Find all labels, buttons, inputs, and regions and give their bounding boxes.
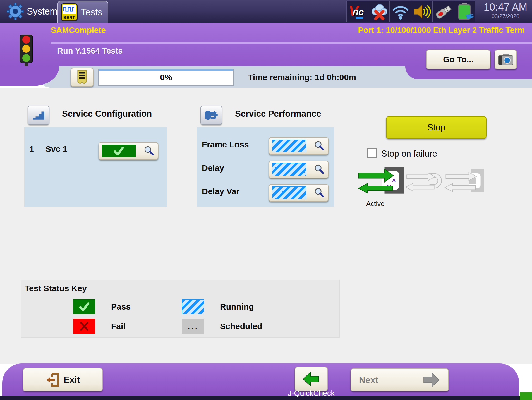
metric-label-delay: Delay <box>202 163 224 173</box>
tab-tests[interactable]: BERT Tests <box>57 1 108 23</box>
page-title: Run Y.1564 Tests <box>57 46 123 56</box>
scheduled-label: Scheduled <box>220 322 262 331</box>
vnc-icon[interactable]: V nc <box>346 1 368 22</box>
active-label: Active <box>366 200 384 208</box>
running-label: Running <box>220 302 254 312</box>
time-remaining: Time remaining: 1d 0h:00m <box>248 73 356 82</box>
running-status-chip <box>272 163 306 176</box>
metric-label-delay-var: Delay Var <box>202 187 239 196</box>
screenshot-camera-button[interactable] <box>495 50 517 69</box>
traffic-red-lamp <box>22 36 30 44</box>
usb-icon[interactable] <box>432 1 454 22</box>
tab-tests-label: Tests <box>81 7 102 18</box>
fail-label: Fail <box>111 322 126 331</box>
service-performance-panel: Frame Loss Delay Delay Var <box>197 127 334 207</box>
traffic-light-icon <box>20 35 33 63</box>
speaker-icon[interactable] <box>411 1 432 22</box>
delay-var-result-button[interactable] <box>269 184 329 202</box>
jquickcheck-label: J-QuickCheck <box>282 389 341 398</box>
magnifier-icon <box>314 188 325 198</box>
wifi-icon[interactable] <box>389 1 411 22</box>
loop-active-icon: VI A IV <box>358 166 406 195</box>
magnifier-icon <box>314 164 325 175</box>
next-label: Next <box>359 375 378 385</box>
service-configuration-panel: 1 Svc 1 <box>24 127 167 207</box>
system-gear-icon <box>7 3 24 20</box>
status-icon-strip: V nc <box>346 1 475 22</box>
delay-result-button[interactable] <box>269 161 329 178</box>
service-configuration-title: Service Configuration <box>62 109 152 119</box>
loop-inactive-icon <box>405 167 443 194</box>
traffic-yellow-lamp <box>22 45 30 53</box>
progress-bar-accent <box>99 69 233 71</box>
running-status-chip <box>272 186 306 199</box>
exit-button[interactable]: Exit <box>23 368 103 391</box>
report-ribbon-icon <box>77 70 87 85</box>
scheduled-swatch: ... <box>182 319 204 334</box>
cloud-offline-icon[interactable] <box>368 1 389 22</box>
bottom-right-accent <box>520 392 532 400</box>
svg-text:A: A <box>392 178 396 183</box>
progress-percent: 0% <box>160 73 172 82</box>
pass-swatch <box>73 299 95 314</box>
exit-door-icon <box>46 372 60 388</box>
stop-button[interactable]: Stop <box>386 116 487 139</box>
battery-icon[interactable] <box>454 1 475 22</box>
pass-label: Pass <box>111 302 131 312</box>
port-info: Port 1: 10/100/1000 Eth Layer 2 Traffic … <box>358 26 525 35</box>
bert-icon: BERT <box>61 3 78 21</box>
app-title: SAMComplete <box>51 26 106 35</box>
device-screen: System BERT Tests V nc <box>0 0 532 400</box>
pass-status-chip <box>102 145 136 157</box>
traffic-green-lamp <box>22 54 30 62</box>
fail-swatch <box>73 319 95 334</box>
service-performance-title: Service Performance <box>235 109 321 119</box>
service-performance-icon <box>200 106 222 125</box>
throughput-icon <box>204 110 218 121</box>
running-status-chip <box>272 140 306 152</box>
next-button[interactable]: Next <box>351 368 449 391</box>
loopback-inactive-icon <box>444 167 485 194</box>
service-configuration-icon <box>28 106 49 125</box>
header-divider <box>51 42 532 44</box>
stop-on-failure-label: Stop on failure <box>381 149 437 159</box>
stop-on-failure-checkbox[interactable] <box>367 148 377 158</box>
camera-icon <box>498 53 514 66</box>
bottom-strip <box>0 396 532 400</box>
system-button[interactable]: System <box>27 6 57 17</box>
test-status-key-title: Test Status Key <box>25 284 87 293</box>
exit-label: Exit <box>64 375 80 385</box>
metric-label-frame-loss: Frame Loss <box>202 140 249 149</box>
clock: 10:47 AM 03/27/2020 <box>480 2 531 20</box>
time-text: 10:47 AM <box>480 2 531 13</box>
frame-loss-result-button[interactable] <box>269 137 329 155</box>
steps-icon <box>32 110 45 120</box>
magnifier-icon <box>314 141 325 151</box>
gray-next-arrow-icon <box>422 371 440 389</box>
running-swatch <box>182 299 204 314</box>
jquickcheck-button[interactable] <box>295 367 328 391</box>
service-row-index: 1 <box>29 144 34 154</box>
date-text: 03/27/2020 <box>480 13 531 20</box>
green-back-arrow-icon <box>302 370 320 388</box>
service-result-button[interactable] <box>99 142 158 160</box>
progress-bar: 0% <box>98 69 234 86</box>
service-row-name: Svc 1 <box>45 144 67 154</box>
goto-button[interactable]: Go To... <box>426 50 490 69</box>
top-bar: System BERT Tests V nc <box>0 0 532 23</box>
report-button[interactable] <box>71 68 94 87</box>
magnifier-icon <box>144 146 154 156</box>
